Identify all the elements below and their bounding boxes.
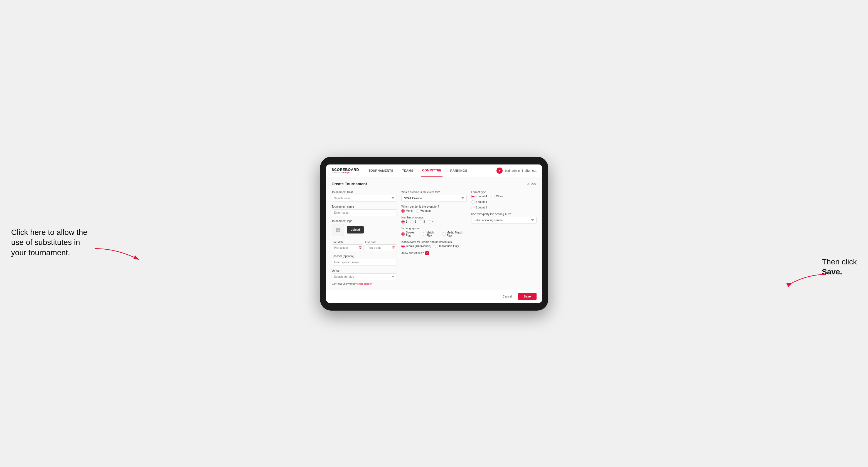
rounds-1-radio[interactable]: [401, 220, 405, 223]
rounds-radio-group: 1 2 3: [401, 220, 467, 223]
gender-womens-radio[interactable]: [416, 209, 420, 213]
format-6count5-radio[interactable]: [471, 206, 474, 209]
gender-mens[interactable]: Mens: [401, 209, 412, 213]
logo-placeholder: [332, 224, 344, 236]
scoring-medal-radio[interactable]: [442, 232, 445, 236]
division-select[interactable]: NCAA Division I: [401, 195, 467, 202]
rounds-4-radio[interactable]: [428, 220, 431, 223]
event-teams-radio[interactable]: [401, 245, 405, 248]
logo-upload-area: Upload: [332, 224, 397, 236]
scoring-radio-group: Stroke Play Match Play Medal Match Play: [401, 231, 467, 237]
event-individuals[interactable]: Individuals Only: [435, 245, 459, 248]
email-support-link[interactable]: email support: [357, 282, 372, 285]
tournament-name-input[interactable]: [332, 209, 397, 216]
page-title: Create Tournament: [332, 182, 367, 186]
format-row-1: 5 count 4 Other: [471, 195, 536, 198]
avatar: B: [496, 167, 503, 174]
form-col-2: Which division is the event for? NCAA Di…: [401, 191, 467, 285]
tournament-name-group: Tournament name: [332, 205, 397, 216]
scoring-label: Scoring system: [401, 227, 467, 230]
annotation-left: Click here to allow the use of substitut…: [11, 227, 89, 258]
rounds-group: Number of rounds 1 2: [401, 216, 467, 223]
event-teams[interactable]: Teams (+Individuals): [401, 245, 431, 248]
rounds-label: Number of rounds: [401, 216, 467, 219]
venue-input[interactable]: [332, 273, 397, 280]
scoring-match[interactable]: Match Play: [422, 231, 439, 237]
nav-rankings[interactable]: RANKINGS: [449, 164, 468, 177]
format-options: 5 count 4 Other 6 count 4: [471, 195, 536, 209]
scoring-stroke[interactable]: Stroke Play: [401, 231, 418, 237]
scoring-stroke-radio[interactable]: [401, 232, 405, 236]
username: blair admin: [505, 169, 520, 172]
rounds-2[interactable]: 2: [410, 220, 416, 223]
save-button[interactable]: Save: [518, 293, 536, 300]
division-group: Which division is the event for? NCAA Di…: [401, 191, 467, 202]
format-other-radio[interactable]: [492, 195, 495, 198]
tablet-frame: SCOREBOARD Powered by clippd TOURNAMENTS…: [320, 157, 548, 311]
rounds-3[interactable]: 3: [419, 220, 425, 223]
gender-label: Which gender is the event for?: [401, 205, 467, 208]
event-type-radio-group: Teams (+Individuals) Individuals Only: [401, 245, 467, 248]
format-type-label: Format type: [471, 191, 536, 194]
back-link[interactable]: < Back: [527, 182, 536, 186]
gender-womens[interactable]: Womens: [416, 209, 431, 213]
rounds-1[interactable]: 1: [401, 220, 407, 223]
tournament-logo-group: Tournament logo Upload: [332, 220, 397, 236]
substitutes-group: Allow substitutes?: [401, 251, 467, 255]
end-date-label: End date: [365, 241, 376, 244]
upload-button[interactable]: Upload: [347, 226, 364, 234]
venue-note: Can't find your venue? email support: [332, 282, 397, 285]
calendar-icon-end: 📅: [392, 246, 395, 249]
venue-label: Venue: [332, 269, 397, 272]
calendar-icon: 📅: [359, 246, 362, 249]
sponsor-input[interactable]: [332, 259, 397, 266]
start-date-label: Start date: [332, 241, 344, 244]
rounds-3-radio[interactable]: [419, 220, 422, 223]
tournament-host-input[interactable]: [332, 195, 397, 202]
substitutes-label: Allow substitutes?: [401, 252, 424, 255]
format-6count4-radio[interactable]: [471, 200, 474, 204]
format-type-group: Format type 5 count 4 Other: [471, 191, 536, 209]
substitutes-checkbox[interactable]: [425, 251, 429, 255]
format-5count4-radio[interactable]: [471, 195, 474, 198]
end-date-group: End date 📅: [365, 239, 397, 251]
gender-mens-radio[interactable]: [401, 209, 405, 213]
gender-group: Which gender is the event for? Mens Wome…: [401, 205, 467, 213]
image-icon: [335, 227, 341, 233]
date-group: Start date 📅 End date: [332, 239, 397, 251]
format-6count4[interactable]: 6 count 4: [471, 200, 536, 204]
tournament-host-group: Tournament Host: [332, 191, 397, 202]
event-type-label: Is this event for Teams and/or Individua…: [401, 241, 467, 244]
date-row: Start date 📅 End date: [332, 239, 397, 251]
cancel-button[interactable]: Cancel: [499, 293, 516, 300]
logo: SCOREBOARD Powered by clippd: [332, 168, 359, 174]
scoring-group: Scoring system Stroke Play Match Play: [401, 227, 467, 237]
venue-group: Venue Can't find your venue? email suppo…: [332, 269, 397, 285]
tournament-host-label: Tournament Host: [332, 191, 397, 194]
form-col-1: Tournament Host Tournament name Tourname…: [332, 191, 397, 285]
logo-powered: Powered by clippd: [332, 172, 359, 174]
scoring-api-select[interactable]: Select a scoring service: [471, 217, 536, 224]
format-5count4[interactable]: 5 count 4: [471, 195, 487, 198]
nav-user-area: B blair admin | Sign out: [496, 167, 536, 174]
event-type-group: Is this event for Teams and/or Individua…: [401, 241, 467, 248]
annotation-right: Then click Save.: [822, 257, 857, 277]
format-6count5[interactable]: 6 count 5: [471, 206, 536, 209]
rounds-2-radio[interactable]: [410, 220, 413, 223]
scoring-medal[interactable]: Medal Match Play: [442, 231, 467, 237]
nav-committee[interactable]: COMMITTEE: [421, 164, 442, 177]
nav-bar: SCOREBOARD Powered by clippd TOURNAMENTS…: [326, 164, 542, 177]
event-individuals-radio[interactable]: [435, 245, 438, 248]
logo-text: SCOREBOARD: [332, 168, 359, 172]
sign-out-link[interactable]: Sign out: [525, 169, 536, 172]
scoring-match-radio[interactable]: [422, 232, 425, 236]
rounds-4[interactable]: 4: [428, 220, 434, 223]
gender-radio-group: Mens Womens: [401, 209, 467, 213]
format-other[interactable]: Other: [492, 195, 503, 198]
nav-tournaments[interactable]: TOURNAMENTS: [367, 164, 394, 177]
arrow-left: [95, 246, 139, 262]
sponsor-label: Sponsor (optional): [332, 255, 397, 258]
form-grid: Tournament Host Tournament name Tourname…: [332, 191, 536, 285]
nav-links: TOURNAMENTS TEAMS COMMITTEE RANKINGS: [367, 164, 496, 177]
nav-teams[interactable]: TEAMS: [401, 164, 414, 177]
